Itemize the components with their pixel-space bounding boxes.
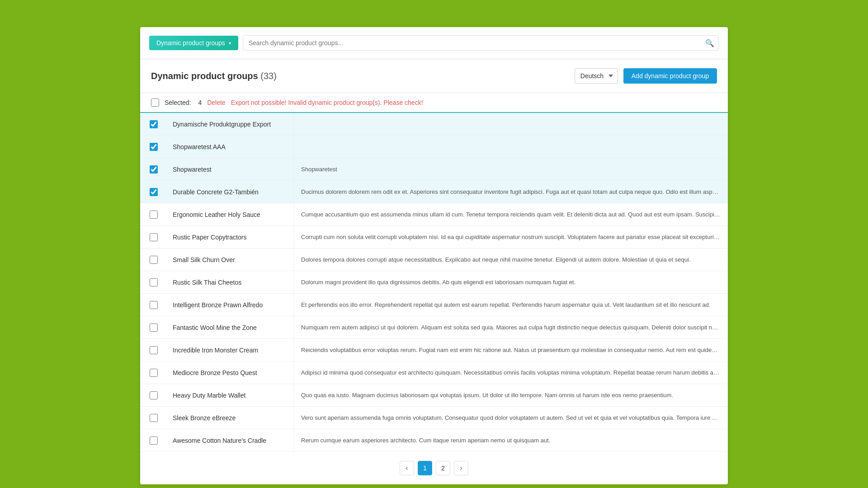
table-row: Rustic Silk Thai Cheetos Dolorum magni p… [140, 271, 728, 294]
row-desc-cell: Shopwaretest [294, 158, 728, 180]
row-desc-cell: Corrupti cum non soluta velit corrupti v… [294, 226, 728, 248]
selected-count: 4 [198, 99, 202, 106]
row-desc-cell: Dolores tempora dolores corrupti atque n… [294, 249, 728, 271]
row-name-cell: Awesome Cotton Nature's Cradle [167, 429, 294, 451]
row-checkbox-cell [140, 203, 167, 225]
row-desc-cell: Rerum cumque earum asperiores architecto… [294, 429, 728, 451]
row-checkbox-6[interactable] [150, 233, 158, 241]
main-container: Dynamic product groups ▾ 🔍 Dynamic produ… [140, 27, 728, 484]
row-checkbox-cell [140, 158, 167, 180]
table-row: Shopwaretest Shopwaretest [140, 158, 728, 181]
row-checkbox-7[interactable] [150, 256, 158, 264]
row-desc-cell: Vero sunt aperiam assumenda fuga omnis v… [294, 407, 728, 429]
row-name-cell: Ergonomic Leather Holy Sauce [167, 203, 294, 225]
search-icon: 🔍 [705, 39, 714, 47]
row-checkbox-2[interactable] [150, 143, 158, 151]
page-count: (33) [260, 71, 277, 81]
table-container: Dynamische Produktgruppe Export Shopware… [140, 113, 728, 452]
pagination-page-1[interactable]: 1 [418, 461, 432, 475]
search-input[interactable] [243, 35, 719, 51]
select-all-checkbox[interactable] [151, 99, 159, 107]
pagination-next[interactable]: › [454, 461, 468, 475]
row-name-cell: Small Silk Churn Over [167, 249, 294, 271]
row-checkbox-10[interactable] [150, 324, 158, 332]
row-checkbox-8[interactable] [150, 278, 158, 286]
row-checkbox-cell [140, 226, 167, 248]
row-name-cell: Fantastic Wool Mine the Zone [167, 316, 294, 338]
row-checkbox-cell [140, 113, 167, 135]
selected-label: Selected: [165, 99, 191, 106]
row-checkbox-11[interactable] [150, 346, 158, 354]
selection-bar: Selected: 4 Delete Export not possible! … [140, 93, 728, 113]
row-name-cell: Dynamische Produktgruppe Export [167, 113, 294, 135]
row-checkbox-4[interactable] [150, 188, 158, 196]
row-name-cell: Shopwaretest AAA [167, 136, 294, 158]
row-checkbox-cell [140, 294, 167, 316]
page-title-text: Dynamic product groups [151, 71, 258, 81]
table-row: Dynamische Produktgruppe Export [140, 113, 728, 136]
delete-button[interactable]: Delete [207, 99, 225, 106]
row-checkbox-cell [140, 136, 167, 158]
table-row: Heavy Duty Marble Wallet Quo quas ea ius… [140, 384, 728, 407]
row-desc-cell: Reiciendis voluptatibus error voluptas r… [294, 339, 728, 361]
row-name-cell: Heavy Duty Marble Wallet [167, 384, 294, 406]
language-select[interactable]: Deutsch English Français [575, 68, 618, 84]
pagination-prev[interactable]: ‹ [400, 461, 414, 475]
row-desc-cell: Numquam rem autem adipisci ut qui dolore… [294, 316, 728, 338]
row-desc-cell: Quo quas ea iusto. Magnam ducimus labori… [294, 384, 728, 406]
row-desc-cell: Et perferendis eos illo error. Reprehend… [294, 294, 728, 316]
table-row: Fantastic Wool Mine the Zone Numquam rem… [140, 316, 728, 339]
row-name-cell: Incredible Iron Monster Cream [167, 339, 294, 361]
pagination-page-2[interactable]: 2 [436, 461, 450, 475]
table-row: Shopwaretest AAA [140, 136, 728, 158]
row-checkbox-cell [140, 361, 167, 384]
row-checkbox-15[interactable] [150, 436, 158, 445]
row-name-cell: Rustic Silk Thai Cheetos [167, 271, 294, 293]
row-checkbox-9[interactable] [150, 301, 158, 309]
row-name-cell: Durable Concrete G2-También [167, 181, 294, 203]
table-row: Sleek Bronze eBreeze Vero sunt aperiam a… [140, 407, 728, 429]
row-checkbox-12[interactable] [150, 369, 158, 377]
table-row: Incredible Iron Monster Cream Reiciendis… [140, 339, 728, 361]
header-right: Deutsch English Français Add dynamic pro… [575, 68, 717, 84]
add-dynamic-product-group-button[interactable]: Add dynamic product group [623, 68, 717, 84]
row-checkbox-cell [140, 429, 167, 451]
dropdown-label: Dynamic product groups [156, 39, 225, 47]
row-checkbox-cell [140, 384, 167, 406]
row-name-cell: Rustic Paper Copytractors [167, 226, 294, 248]
row-checkbox-cell [140, 181, 167, 203]
row-checkbox-cell [140, 249, 167, 271]
row-checkbox-cell [140, 407, 167, 429]
table-row: Ergonomic Leather Holy Sauce Cumque accu… [140, 203, 728, 226]
row-desc-cell: Ducimus dolorem dolorem rem odit ex et. … [294, 181, 728, 203]
row-desc-cell [294, 136, 728, 158]
row-checkbox-cell [140, 271, 167, 293]
row-name-cell: Shopwaretest [167, 158, 294, 180]
header-row: Dynamic product groups (33) Deutsch Engl… [140, 59, 728, 93]
row-desc-cell: Adipisci id minima quod consequatur est … [294, 361, 728, 384]
table-row: Awesome Cotton Nature's Cradle Rerum cum… [140, 429, 728, 452]
search-wrapper: 🔍 [243, 35, 719, 51]
row-checkbox-5[interactable] [150, 211, 158, 219]
row-checkbox-13[interactable] [150, 391, 158, 399]
product-groups-dropdown[interactable]: Dynamic product groups ▾ [149, 36, 238, 50]
row-checkbox-cell [140, 339, 167, 361]
row-name-cell: Mediocre Bronze Pesto Quest [167, 361, 294, 384]
table-row: Durable Concrete G2-También Ducimus dolo… [140, 181, 728, 203]
top-bar: Dynamic product groups ▾ 🔍 [140, 27, 728, 59]
pagination: ‹ 1 2 › [140, 452, 728, 484]
row-name-cell: Sleek Bronze eBreeze [167, 407, 294, 429]
table-row: Rustic Paper Copytractors Corrupti cum n… [140, 226, 728, 249]
table-row: Small Silk Churn Over Dolores tempora do… [140, 249, 728, 271]
table-row: Mediocre Bronze Pesto Quest Adipisci id … [140, 361, 728, 384]
row-desc-cell: Cumque accusantium quo est assumenda min… [294, 203, 728, 225]
row-checkbox-3[interactable] [150, 165, 158, 174]
chevron-down-icon: ▾ [229, 41, 231, 46]
row-checkbox-cell [140, 316, 167, 338]
row-desc-cell [294, 113, 728, 135]
row-checkbox-1[interactable] [150, 120, 158, 128]
row-name-cell: Intelligent Bronze Prawn Alfredo [167, 294, 294, 316]
export-error-message: Export not possible! Invalid dynamic pro… [231, 99, 423, 106]
row-checkbox-14[interactable] [150, 414, 158, 422]
page-title: Dynamic product groups (33) [151, 71, 277, 81]
